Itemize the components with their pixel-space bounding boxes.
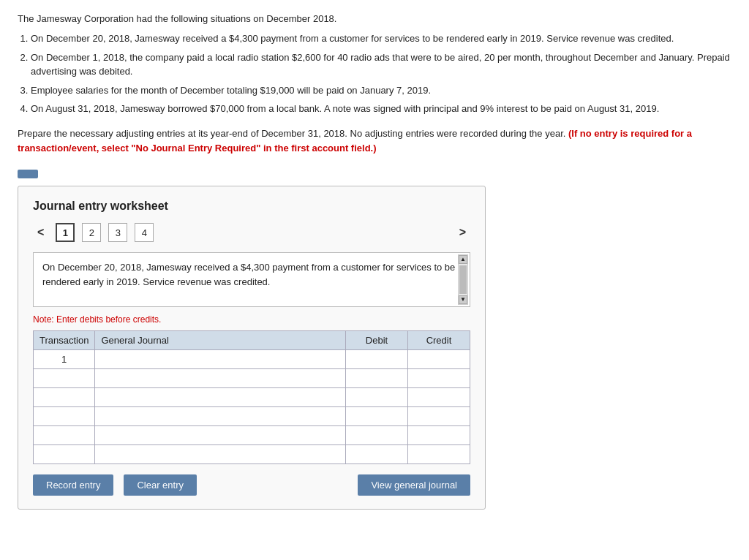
prepare-normal: Prepare the necessary adjusting entries … [18, 128, 568, 139]
button-row: Record entry Clear entry View general jo… [33, 474, 470, 496]
col-credit: Credit [408, 331, 470, 350]
credit-cell[interactable] [408, 350, 470, 369]
col-debit: Debit [346, 331, 408, 350]
debit-cell[interactable] [346, 426, 408, 445]
prev-tab-button[interactable]: < [33, 224, 48, 241]
transaction-cell [34, 445, 95, 464]
tab-4[interactable]: 4 [135, 223, 154, 242]
transaction-cell [34, 369, 95, 388]
debit-cell[interactable] [346, 350, 408, 369]
journal-table: Transaction General Journal Debit Credit… [33, 330, 470, 464]
table-row [34, 426, 470, 445]
situation-1: On December 20, 2018, Jamesway received … [31, 31, 731, 46]
tab-navigation: < 1 2 3 4 > [33, 223, 470, 242]
description-box: On December 20, 2018, Jamesway received … [33, 252, 470, 307]
tab-1[interactable]: 1 [56, 223, 75, 242]
journal-cell[interactable] [95, 407, 346, 426]
credit-cell[interactable] [408, 369, 470, 388]
transaction-cell [34, 426, 95, 445]
tab-2[interactable]: 2 [82, 223, 101, 242]
debit-cell[interactable] [346, 388, 408, 407]
credit-cell[interactable] [408, 407, 470, 426]
situation-2: On December 1, 2018, the company paid a … [31, 50, 731, 79]
scrollbar-up[interactable]: ▲ [459, 255, 467, 264]
journal-cell[interactable] [95, 426, 346, 445]
situation-3: Employee salaries for the month of Decem… [31, 83, 731, 98]
credit-cell[interactable] [408, 426, 470, 445]
prepare-text: Prepare the necessary adjusting entries … [18, 126, 731, 157]
scrollbar-down[interactable]: ▼ [459, 295, 467, 304]
clear-entry-button[interactable]: Clear entry [124, 474, 197, 496]
debit-cell[interactable] [346, 407, 408, 426]
credit-cell[interactable] [408, 388, 470, 407]
credit-cell[interactable] [408, 445, 470, 464]
table-row [34, 388, 470, 407]
next-tab-button[interactable]: > [455, 224, 470, 241]
view-transaction-button[interactable] [18, 170, 38, 178]
worksheet-title: Journal entry worksheet [33, 200, 470, 213]
worksheet-container: Journal entry worksheet < 1 2 3 4 > On D… [18, 186, 486, 510]
situation-4: On August 31, 2018, Jamesway borrowed $7… [31, 102, 731, 116]
debit-cell[interactable] [346, 369, 408, 388]
table-row [34, 407, 470, 426]
description-text: On December 20, 2018, Jamesway received … [42, 262, 455, 287]
note-text: Note: Enter debits before credits. [33, 314, 470, 325]
intro-line: The Jamesway Corporation had the followi… [18, 13, 731, 24]
transaction-cell [34, 407, 95, 426]
col-general-journal: General Journal [95, 331, 346, 350]
situations-list: On December 20, 2018, Jamesway received … [31, 31, 731, 116]
tab-3[interactable]: 3 [108, 223, 127, 242]
scrollbar-thumb [459, 265, 467, 294]
record-entry-button[interactable]: Record entry [33, 474, 113, 496]
col-transaction: Transaction [34, 331, 95, 350]
transaction-cell: 1 [34, 350, 95, 369]
scrollbar[interactable]: ▲ ▼ [458, 254, 468, 305]
journal-cell[interactable] [95, 445, 346, 464]
view-general-journal-button[interactable]: View general journal [358, 474, 470, 496]
table-row [34, 369, 470, 388]
transaction-cell [34, 388, 95, 407]
debit-cell[interactable] [346, 445, 408, 464]
journal-cell[interactable] [95, 369, 346, 388]
table-row: 1 [34, 350, 470, 369]
table-row [34, 445, 470, 464]
journal-cell[interactable] [95, 388, 346, 407]
journal-cell[interactable] [95, 350, 346, 369]
